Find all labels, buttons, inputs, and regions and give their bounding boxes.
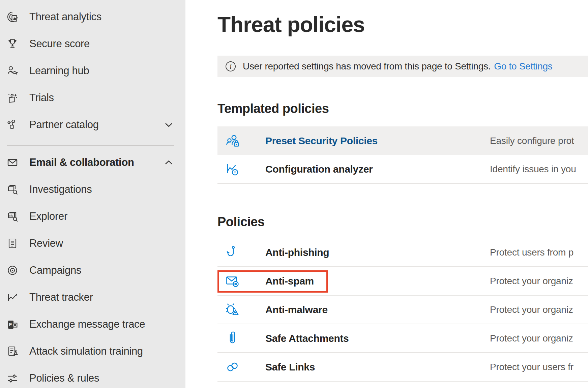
exchange-message-trace-icon: E — [6, 318, 19, 331]
row-description: Protect your organiz — [490, 304, 573, 315]
sidebar-item-label: Campaigns — [29, 264, 81, 276]
sidebar-item-label: Policies & rules — [29, 372, 99, 384]
sidebar-item-learning-hub[interactable]: Learning hub — [0, 57, 185, 84]
campaigns-icon — [6, 264, 19, 277]
threat-analytics-icon — [6, 10, 19, 23]
anti-malware-icon — [225, 302, 240, 317]
row-label[interactable]: Anti-phishing — [265, 247, 490, 258]
chevron-up-icon[interactable] — [164, 158, 173, 167]
sidebar-item-review[interactable]: Review — [0, 230, 185, 257]
configuration-analyzer-icon — [225, 162, 240, 177]
info-icon: i — [226, 61, 236, 71]
sidebar-item-label: Threat tracker — [29, 291, 93, 303]
row-description: Protect users from p — [490, 247, 574, 258]
row-safe-links[interactable]: Safe Links Protect your users fr — [217, 353, 588, 382]
anti-spam-icon — [225, 274, 240, 289]
sidebar-item-explorer[interactable]: Explorer — [0, 203, 185, 230]
main-content: Threat policies i User reported settings… — [185, 0, 588, 388]
threat-policies-page: { "colors": { "sidebar_bg": "#e9e9e9", "… — [0, 0, 588, 388]
anti-phishing-icon — [225, 245, 240, 260]
row-configuration-analyzer[interactable]: Configuration analyzer Identify issues i… — [217, 155, 588, 184]
secure-score-icon — [6, 37, 19, 50]
safe-attachments-icon — [225, 331, 240, 346]
row-description: Protect your organiz — [490, 333, 573, 344]
sidebar-item-label: Email & collaboration — [29, 156, 134, 169]
chevron-down-icon[interactable] — [164, 120, 173, 129]
row-anti-phishing[interactable]: Anti-phishing Protect users from p — [217, 238, 588, 267]
sidebar-item-label: Review — [29, 237, 63, 249]
sidebar-item-label: Threat analytics — [29, 11, 101, 23]
sidebar-divider — [7, 145, 174, 146]
policies-rules-icon — [6, 372, 19, 385]
sidebar-item-label: Exchange message trace — [29, 318, 145, 330]
row-safe-attachments[interactable]: Safe Attachments Protect your organiz — [217, 324, 588, 353]
sidebar-item-email-collaboration[interactable]: Email & collaboration — [0, 149, 185, 176]
threat-tracker-icon — [6, 291, 19, 304]
row-label[interactable]: Preset Security Policies — [265, 135, 490, 147]
go-to-settings-link[interactable]: Go to Settings — [494, 61, 552, 72]
investigations-icon — [6, 183, 19, 196]
row-description: Protect your organiz — [490, 276, 573, 287]
section-heading-templated-policies: Templated policies — [217, 101, 329, 116]
row-preset-security-policies[interactable]: Preset Security Policies Easily configur… — [217, 126, 588, 155]
section-heading-policies: Policies — [217, 215, 265, 229]
banner-text: User reported settings has moved from th… — [243, 61, 491, 72]
attack-simulation-training-icon — [6, 345, 19, 358]
trials-icon — [6, 91, 19, 104]
svg-text:E: E — [9, 322, 12, 327]
sidebar: Threat analytics Secure score Learning h… — [0, 0, 185, 388]
row-anti-spam[interactable]: Anti-spam Protect your organiz — [217, 267, 588, 296]
templated-policies-list: Preset Security Policies Easily configur… — [217, 126, 588, 184]
sidebar-item-policies-rules[interactable]: Policies & rules — [0, 365, 185, 388]
row-description: Protect your users fr — [490, 362, 574, 372]
sidebar-item-label: Partner catalog — [29, 119, 99, 131]
sidebar-item-label: Explorer — [29, 210, 67, 222]
row-label[interactable]: Configuration analyzer — [265, 163, 490, 175]
review-icon — [6, 237, 19, 250]
learning-hub-icon — [6, 64, 19, 77]
sidebar-item-threat-analytics[interactable]: Threat analytics — [0, 3, 185, 30]
sidebar-item-label: Secure score — [29, 38, 90, 50]
sidebar-item-campaigns[interactable]: Campaigns — [0, 257, 185, 284]
sidebar-item-secure-score[interactable]: Secure score — [0, 30, 185, 57]
sidebar-item-threat-tracker[interactable]: Threat tracker — [0, 284, 185, 311]
row-label[interactable]: Safe Attachments — [265, 333, 490, 344]
sidebar-item-label: Trials — [29, 92, 54, 104]
row-label[interactable]: Anti-spam — [265, 275, 490, 287]
safe-links-icon — [225, 360, 240, 375]
sidebar-item-investigations[interactable]: Investigations — [0, 176, 185, 203]
sidebar-item-label: Investigations — [29, 183, 92, 196]
sidebar-item-exchange-message-trace[interactable]: E Exchange message trace — [0, 311, 185, 338]
partner-catalog-icon — [6, 118, 19, 131]
sidebar-item-label: Learning hub — [29, 65, 89, 77]
email-collaboration-icon — [6, 156, 19, 169]
page-title: Threat policies — [217, 12, 365, 37]
row-label[interactable]: Safe Links — [265, 361, 490, 373]
sidebar-item-trials[interactable]: Trials — [0, 84, 185, 111]
preset-security-policies-icon — [225, 133, 240, 148]
policies-list: Anti-phishing Protect users from p Anti-… — [217, 238, 588, 382]
sidebar-item-label: Attack simulation training — [29, 345, 143, 357]
info-banner: i User reported settings has moved from … — [217, 56, 588, 77]
row-description: Easily configure prot — [490, 136, 574, 146]
row-description: Identify issues in you — [490, 164, 576, 175]
sidebar-item-attack-simulation-training[interactable]: Attack simulation training — [0, 338, 185, 365]
explorer-icon — [6, 210, 19, 223]
sidebar-item-partner-catalog[interactable]: Partner catalog — [0, 111, 185, 138]
row-anti-malware[interactable]: Anti-malware Protect your organiz — [217, 296, 588, 324]
row-label[interactable]: Anti-malware — [265, 304, 490, 316]
